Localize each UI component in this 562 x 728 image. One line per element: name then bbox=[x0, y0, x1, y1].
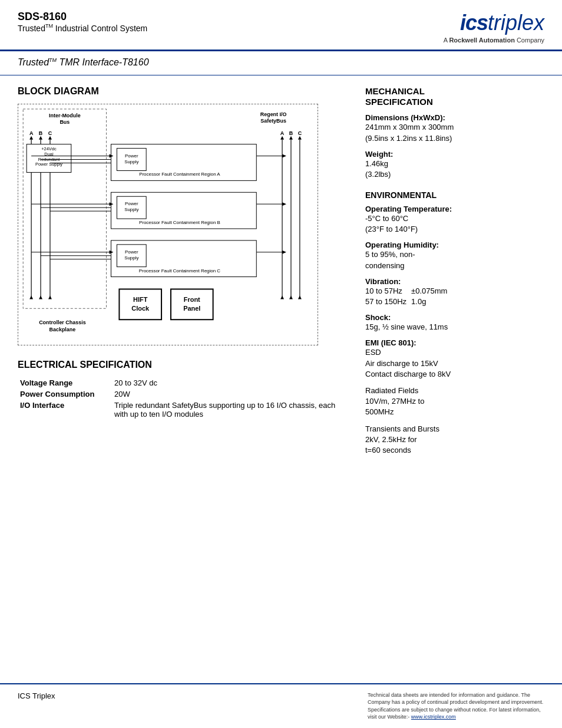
svg-text:+24Vdc: +24Vdc bbox=[41, 146, 57, 151]
svg-text:A: A bbox=[29, 130, 34, 136]
dimensions-value: 241mm x 30mm x 300mm(9.5ins x 1.2ins x 1… bbox=[365, 122, 544, 143]
right-col: MECHANICALSPECIFICATION Dimensions (HxWx… bbox=[365, 86, 544, 466]
shock-label: Shock: bbox=[365, 313, 544, 322]
operating-humidity-item: Operating Humidity: 5 to 95%, non-conden… bbox=[365, 241, 544, 271]
svg-text:C: C bbox=[48, 130, 52, 136]
electrical-spec-table: Voltage Range 20 to 32V dc Power Consump… bbox=[18, 377, 348, 420]
vibration-item: Vibration: 10 to 57Hz ±0.075mm 57 to 150… bbox=[365, 277, 544, 307]
page-title-sup: TM bbox=[49, 57, 57, 63]
svg-text:Power: Power bbox=[125, 249, 138, 255]
logo-triplex: triplex bbox=[488, 11, 544, 35]
left-col: BLOCK DIAGRAM Inter-Module Bus A B C bbox=[18, 86, 348, 466]
svg-text:HIFT: HIFT bbox=[133, 297, 148, 304]
svg-text:C: C bbox=[298, 130, 302, 136]
emi-item: EMI (IEC 801): ESDAir discharge to 15kVC… bbox=[365, 338, 544, 380]
radiated-fields-value: Radiated Fields10V/m, 27MHz to500MHz bbox=[365, 386, 544, 418]
svg-text:A: A bbox=[280, 130, 285, 136]
svg-rect-24 bbox=[117, 197, 146, 219]
table-row: Voltage Range 20 to 32V dc bbox=[18, 377, 348, 388]
svg-text:Processor Fault Containment Re: Processor Fault Containment Region C bbox=[139, 268, 221, 274]
svg-text:Power: Power bbox=[125, 201, 138, 206]
svg-rect-67 bbox=[119, 289, 161, 320]
header-left: SDS-8160 TrustedTM Industrial Control Sy… bbox=[18, 11, 147, 33]
vibration-table: 10 to 57Hz ±0.075mm 57 to 150Hz 1.0g bbox=[365, 286, 452, 307]
svg-text:Dual: Dual bbox=[44, 151, 54, 157]
operating-temp-item: Operating Temperature: -5°C to 60°C(23°F… bbox=[365, 205, 544, 235]
logo-sub: A Rockwell Automation Company bbox=[444, 37, 544, 44]
shock-value: 15g, ½ sine wave, 11ms bbox=[365, 322, 544, 332]
io-interface-label: I/O Interface bbox=[18, 400, 112, 420]
vibration-val-2: 1.0g bbox=[411, 297, 452, 307]
svg-marker-65 bbox=[39, 296, 42, 299]
svg-text:B: B bbox=[289, 130, 293, 136]
radiated-fields-item: Radiated Fields10V/m, 27MHz to500MHz bbox=[365, 386, 544, 418]
diagram-container: Inter-Module Bus A B C bbox=[18, 104, 318, 345]
subtitle-text: Trusted bbox=[18, 24, 45, 33]
mechanical-spec-section: MECHANICALSPECIFICATION Dimensions (HxWx… bbox=[365, 86, 544, 180]
table-row: Power Consumption 20W bbox=[18, 388, 348, 400]
svg-marker-6 bbox=[29, 136, 33, 140]
logo-text: ics triplex bbox=[460, 11, 544, 35]
svg-text:Supply: Supply bbox=[124, 255, 138, 261]
transients-item: Transients and Bursts2kV, 2.5kHz fort=60… bbox=[365, 424, 544, 456]
svg-text:Redundant: Redundant bbox=[38, 157, 60, 162]
voltage-range-label: Voltage Range bbox=[18, 377, 112, 388]
weight-label: Weight: bbox=[365, 150, 544, 159]
svg-text:Bus: Bus bbox=[59, 119, 70, 125]
block-diagram-heading: BLOCK DIAGRAM bbox=[18, 86, 348, 97]
vibration-val-1: ±0.075mm bbox=[411, 286, 452, 297]
subtitle-sup: TM bbox=[45, 23, 53, 29]
weight-value: 1.46kg(3.2lbs) bbox=[365, 159, 544, 180]
page-title-rest: TMR Interface-T8160 bbox=[57, 57, 149, 67]
svg-text:Front: Front bbox=[184, 297, 200, 304]
page-wrapper: SDS-8160 TrustedTM Industrial Control Sy… bbox=[0, 0, 562, 728]
svg-text:Power: Power bbox=[125, 153, 138, 159]
emi-value: ESDAir discharge to 15kVContact discharg… bbox=[365, 347, 544, 380]
svg-marker-8 bbox=[48, 136, 52, 140]
header: SDS-8160 TrustedTM Industrial Control Sy… bbox=[0, 0, 562, 51]
svg-rect-22 bbox=[111, 193, 256, 229]
svg-text:Clock: Clock bbox=[131, 305, 150, 312]
svg-marker-33 bbox=[109, 154, 113, 158]
operating-humidity-label: Operating Humidity: bbox=[365, 241, 544, 249]
page-title: TrustedTM TMR Interface-T8160 bbox=[18, 57, 544, 68]
svg-rect-70 bbox=[171, 289, 213, 320]
svg-text:Power Supply: Power Supply bbox=[35, 162, 62, 167]
footer-disclaimer: Technical data sheets are intended for i… bbox=[368, 691, 544, 721]
mechanical-spec-heading: MECHANICALSPECIFICATION bbox=[365, 86, 544, 107]
vibration-range-1: 10 to 57Hz bbox=[365, 286, 411, 297]
svg-text:Processor Fault Containment Re: Processor Fault Containment Region B bbox=[139, 220, 220, 225]
svg-rect-29 bbox=[117, 245, 146, 267]
svg-rect-12 bbox=[27, 144, 71, 173]
environmental-heading: ENVIRONMENTAL bbox=[365, 190, 544, 200]
operating-temp-value: -5°C to 60°C(23°F to 140°F) bbox=[365, 213, 544, 235]
main-content: BLOCK DIAGRAM Inter-Module Bus A B C bbox=[0, 75, 562, 477]
svg-text:Supply: Supply bbox=[124, 207, 138, 212]
svg-marker-55 bbox=[280, 136, 284, 140]
logo-area: ics triplex A Rockwell Automation Compan… bbox=[444, 11, 544, 44]
table-row: 10 to 57Hz ±0.075mm bbox=[365, 286, 452, 297]
svg-marker-57 bbox=[298, 136, 302, 140]
svg-marker-47 bbox=[282, 203, 286, 206]
footer-link[interactable]: www.icstriplex.com bbox=[411, 714, 456, 720]
svg-text:Regent I/O: Regent I/O bbox=[260, 111, 287, 117]
svg-marker-45 bbox=[282, 154, 286, 158]
svg-text:SafetyBus: SafetyBus bbox=[260, 118, 286, 124]
emi-label: EMI (IEC 801): bbox=[365, 338, 544, 347]
weight-item: Weight: 1.46kg(3.2lbs) bbox=[365, 150, 544, 180]
svg-text:Panel: Panel bbox=[183, 305, 200, 312]
electrical-spec-section: ELECTRICAL SPECIFICATION Voltage Range 2… bbox=[18, 360, 348, 420]
svg-marker-56 bbox=[289, 136, 293, 140]
svg-rect-19 bbox=[117, 149, 146, 171]
svg-marker-41 bbox=[109, 251, 113, 254]
dimensions-item: Dimensions (HxWxD): 241mm x 30mm x 300mm… bbox=[365, 113, 544, 143]
dimensions-label: Dimensions (HxWxD): bbox=[365, 113, 544, 122]
page-title-bar: TrustedTM TMR Interface-T8160 bbox=[0, 51, 562, 75]
product-id: SDS-8160 bbox=[18, 11, 147, 23]
svg-rect-27 bbox=[111, 241, 256, 277]
footer: ICS Triplex Technical data sheets are in… bbox=[0, 683, 562, 728]
svg-text:Processor Fault Containment Re: Processor Fault Containment Region A bbox=[139, 172, 220, 177]
power-consumption-label: Power Consumption bbox=[18, 388, 112, 400]
voltage-range-value: 20 to 32V dc bbox=[112, 377, 348, 388]
svg-text:Inter-Module: Inter-Module bbox=[49, 113, 81, 118]
